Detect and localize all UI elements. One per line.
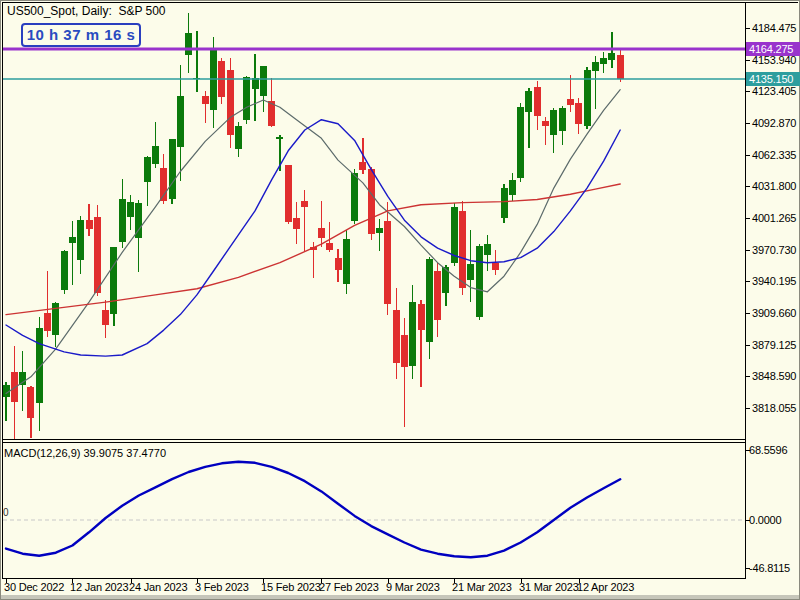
price-axis-label: 4001.265 xyxy=(752,212,796,224)
time-axis-label: 31 Mar 2023 xyxy=(519,581,579,593)
chart-symbol-title: US500_Spot, Daily: S&P 500 xyxy=(7,4,166,18)
time-axis-label: 24 Jan 2023 xyxy=(129,581,187,593)
time-axis-label: 12 Jan 2023 xyxy=(70,581,128,593)
price-axis-label: 3879.125 xyxy=(752,339,796,351)
macd-zero-label: 0 xyxy=(3,507,9,518)
price-badge-current-price: 4135.150 xyxy=(746,72,800,86)
time-axis-label: 21 Mar 2023 xyxy=(452,581,512,593)
price-axis-label: 4062.335 xyxy=(752,149,796,161)
mt4-chart-window: US500_Spot, Daily: S&P 500 10 h 37 m 16 … xyxy=(0,0,800,600)
time-axis-label: 15 Feb 2023 xyxy=(261,581,321,593)
price-axis-label: 3909.660 xyxy=(752,307,796,319)
price-axis-label: 3970.730 xyxy=(752,244,796,256)
price-axis-label: 3940.195 xyxy=(752,275,796,287)
price-axis-label: 4184.475 xyxy=(752,22,796,34)
time-axis-label: 9 Mar 2023 xyxy=(386,581,440,593)
price-axis-label: 4031.800 xyxy=(752,180,796,192)
time-axis-label: 3 Feb 2023 xyxy=(195,581,249,593)
candle-countdown-text: 10 h 37 m 16 s xyxy=(27,26,136,43)
time-axis-label: 27 Feb 2023 xyxy=(319,581,379,593)
macd-axis-label: 0.0000 xyxy=(749,514,781,526)
time-axis-label: 30 Dec 2022 xyxy=(4,581,64,593)
price-axis-label: 3818.055 xyxy=(752,402,796,414)
time-axis-label: 12 Apr 2023 xyxy=(577,581,634,593)
price-badge-level-line: 4164.275 xyxy=(746,42,800,56)
macd-axis-label: -46.8115 xyxy=(749,562,790,574)
macd-axis-label: 68.5596 xyxy=(749,444,787,456)
chart-canvas[interactable] xyxy=(0,0,800,600)
candle-countdown-box: 10 h 37 m 16 s xyxy=(21,23,141,47)
price-axis-label: 4092.870 xyxy=(752,117,796,129)
macd-indicator-label: MACD(12,26,9) 39.9075 37.4770 xyxy=(4,447,166,459)
price-axis-label: 4123.405 xyxy=(752,85,796,97)
price-axis-label: 3848.590 xyxy=(752,370,796,382)
